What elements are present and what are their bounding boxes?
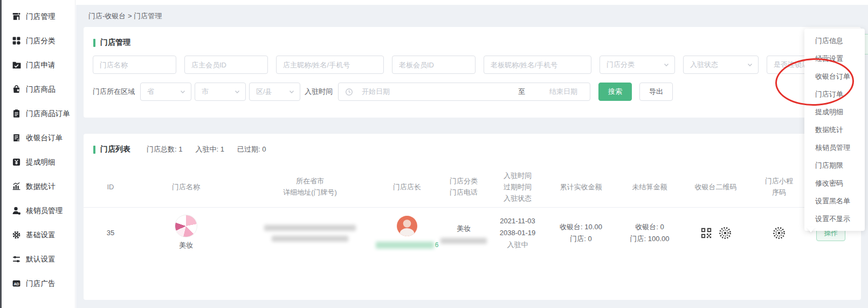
cell-store-address	[245, 225, 375, 242]
column-header-text: 收银台二维码	[695, 183, 737, 191]
action-menu-item-commission-details[interactable]: 提成明细	[804, 103, 865, 121]
column-header-text: 累计实收金额	[560, 183, 602, 191]
column-header-4: 门店分类 门店电话	[439, 175, 488, 198]
cell-store-id: 35	[94, 227, 127, 239]
column-header-3: 门店店长	[375, 181, 439, 193]
stat-active: 入驻中: 1	[195, 145, 224, 154]
store-category-select[interactable]: 门店分类	[600, 56, 675, 74]
column-header-text: 所在省市 详细地址(门牌号)	[283, 177, 337, 196]
sidebar-item-store-ads[interactable]: AD门店广告	[2, 271, 75, 296]
blurred-address-line-1	[264, 225, 356, 231]
column-header-text: 门店店长	[393, 183, 421, 191]
boss-nickname-input[interactable]	[484, 56, 591, 74]
mini-program-code-icon[interactable]	[773, 227, 786, 239]
column-header-1: 门店名称	[127, 181, 245, 193]
cell-category-phone: 美妆	[439, 223, 488, 244]
chevron-down-icon	[180, 88, 186, 95]
owner-nickname-input[interactable]	[276, 56, 384, 74]
chevron-down-icon	[663, 61, 670, 68]
store-category-select-value: 门店分类	[607, 60, 635, 70]
sidebar-item-label: 提成明细	[26, 158, 56, 167]
mini-program-code-icon[interactable]	[719, 227, 732, 239]
sidebar-item-commission-details[interactable]: 提成明细	[2, 150, 75, 174]
action-menu-item-set-blacklist[interactable]: 设置黑名单	[804, 192, 865, 210]
start-date-placeholder[interactable]: 开始日期	[362, 87, 390, 97]
cell-dates-status: 2021-11-03 2038-01-19 入驻中	[488, 215, 547, 251]
boss-member-id-input[interactable]	[392, 56, 476, 74]
owner-member-id-input[interactable]	[184, 56, 268, 74]
stat-total: 门店总数: 1	[147, 145, 182, 154]
action-menu-item-business-settings[interactable]: 经营设置	[804, 50, 865, 67]
search-button[interactable]: 搜索	[598, 83, 632, 101]
table-row: 35 美妆 6 美妆 2021-11-03	[84, 208, 861, 258]
settle-status-select[interactable]: 入驻状态	[683, 56, 759, 74]
province-select[interactable]: 省	[140, 83, 191, 101]
city-select[interactable]: 市	[195, 83, 246, 101]
default-sliders-icon	[12, 255, 21, 264]
cell-cashier-qrcodes	[685, 227, 747, 239]
district-select[interactable]: 区/县	[249, 83, 300, 101]
table-header-row: ID门店名称所在省市 详细地址(门牌号)门店店长门店分类 门店电话入驻时间 过期…	[84, 166, 861, 208]
action-menu-item-verifier-management[interactable]: 核销员管理	[804, 139, 865, 156]
sidebar-item-label: 门店分类	[26, 36, 56, 46]
category-grid-icon	[12, 36, 21, 45]
city-select-value: 市	[202, 87, 209, 97]
action-menu-item-store-info[interactable]: 门店信息	[804, 32, 865, 50]
join-date: 2021-11-03	[488, 215, 547, 227]
sidebar-item-store-management[interactable]: 门店管理	[2, 4, 75, 29]
column-header-8: 收银台二维码	[685, 181, 747, 193]
chevron-down-icon	[234, 88, 240, 95]
qr-code-icon[interactable]	[700, 227, 712, 239]
sidebar-item-store-application[interactable]: 门店申请	[2, 53, 75, 77]
chevron-down-icon	[288, 88, 295, 95]
sidebar-item-store-category[interactable]: 门店分类	[2, 29, 75, 53]
cell-store-minicode	[747, 227, 811, 239]
column-header-6: 累计实收金额	[547, 181, 615, 193]
goods-bag-icon	[12, 85, 21, 94]
received-store: 门店: 0	[547, 233, 615, 245]
sidebar-item-default-settings[interactable]: 默认设置	[2, 247, 75, 271]
action-menu-item-data-statistics[interactable]: 数据统计	[804, 121, 865, 139]
settings-gear-icon	[12, 230, 21, 239]
district-select-value: 区/县	[256, 87, 272, 97]
expire-date: 2038-01-19	[488, 227, 547, 239]
cell-store-name: 美妆	[127, 215, 245, 251]
sidebar-item-store-goods-orders[interactable]: 门店商品订单	[2, 101, 75, 126]
sidebar-item-label: 数据统计	[26, 182, 56, 191]
store-stats: 门店总数: 1 入驻中: 1 已过期: 0	[147, 145, 266, 154]
settle-status-select-value: 入驻状态	[690, 60, 718, 70]
date-separator: 至	[518, 87, 525, 97]
action-menu-item-set-hidden[interactable]: 设置不显示	[804, 210, 865, 228]
column-header-7: 未结算金额	[615, 181, 685, 193]
unsettled-cashier: 收银台: 0	[615, 221, 685, 233]
end-date-placeholder[interactable]: 结束日期	[549, 87, 577, 97]
sidebar: 门店管理门店分类门店申请门店商品门店商品订单收银台订单提成明细数据统计核销员管理…	[2, 0, 75, 308]
folder-check-icon	[12, 60, 21, 70]
sidebar-item-label: 默认设置	[26, 255, 56, 264]
blurred-manager-name	[376, 242, 434, 249]
panel-title: 门店管理	[100, 38, 130, 47]
commission-yen-icon	[12, 158, 21, 167]
date-range-picker[interactable]: 开始日期 至 结束日期	[338, 83, 590, 101]
sidebar-item-cashier-orders[interactable]: 收银台订单	[2, 126, 75, 150]
action-menu-item-change-password[interactable]: 修改密码	[804, 174, 865, 192]
chain-store-select-value: 是否连锁店	[774, 60, 809, 70]
svg-text:AD: AD	[13, 282, 19, 286]
action-menu-item-cashier-orders[interactable]: 收银台订单	[804, 67, 865, 85]
action-menu-item-store-term[interactable]: 门店期限	[804, 156, 865, 174]
cell-store-manager: 6	[375, 215, 439, 251]
store-name-input[interactable]	[93, 56, 176, 74]
column-header-text: 未结算金额	[632, 183, 667, 191]
title-accent-bar	[93, 146, 95, 154]
export-button[interactable]: 导出	[639, 83, 673, 101]
action-menu-item-store-orders[interactable]: 门店订单	[804, 85, 865, 103]
store-management-panel: 门店管理 门店分类 入驻状态 是否连锁店 门店所在区域 省 市	[84, 27, 861, 118]
sidebar-item-store-goods[interactable]: 门店商品	[2, 77, 75, 101]
sidebar-item-basic-settings[interactable]: 基础设置	[2, 223, 75, 247]
store-avatar	[175, 215, 197, 237]
sidebar-item-verifier-management[interactable]: 核销员管理	[2, 199, 75, 223]
column-header-0: ID	[94, 181, 127, 193]
dropdown-arrow	[807, 227, 815, 232]
sidebar-item-label: 门店管理	[26, 12, 56, 22]
sidebar-item-data-statistics[interactable]: 数据统计	[2, 174, 75, 199]
